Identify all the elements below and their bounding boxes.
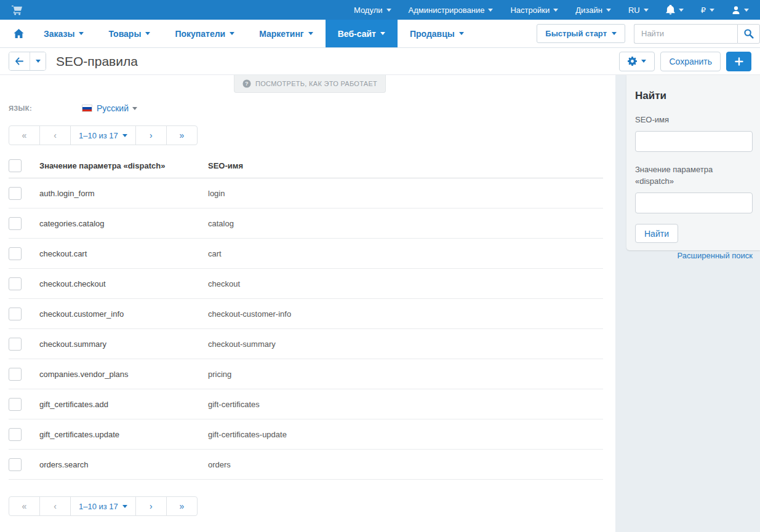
double-chevron-left-icon: « (22, 130, 27, 140)
row-checkbox-cell (9, 217, 39, 230)
menu-design[interactable]: Дизайн (575, 6, 611, 15)
seo-name-input[interactable] (635, 131, 753, 152)
dispatch-value: checkout.summary (39, 339, 208, 349)
select-all-checkbox[interactable] (9, 159, 22, 172)
menu-design-label: Дизайн (575, 6, 602, 15)
nav-item-website-active[interactable]: Веб-сайт (326, 20, 398, 47)
pagination-prev-button[interactable]: ‹ (39, 125, 71, 145)
chevron-down-icon (459, 32, 464, 35)
table-row: checkout.customer_info checkout-customer… (9, 299, 603, 329)
language-label: ЯЗЫК: (9, 105, 82, 112)
nav-item-marketing[interactable]: Маркетинг (247, 20, 326, 47)
chevron-down-icon (145, 32, 150, 35)
pagination-last-button[interactable]: » (166, 496, 198, 516)
pagination-last-button[interactable]: » (166, 125, 198, 145)
save-button[interactable]: Сохранить (660, 52, 721, 71)
menu-notifications[interactable] (666, 5, 684, 15)
chevron-right-icon: › (150, 501, 153, 511)
user-icon (732, 6, 740, 15)
advanced-search-link[interactable]: Расширенный поиск (635, 251, 753, 260)
row-checkbox-cell (9, 338, 39, 351)
row-checkbox[interactable] (9, 398, 22, 411)
seo-name-value: pricing (208, 370, 603, 379)
double-chevron-right-icon: » (179, 130, 184, 140)
menu-administration[interactable]: Администрирование (409, 6, 494, 15)
nav-item-label: Продавцы (410, 29, 455, 39)
home-button[interactable] (6, 20, 31, 47)
pagination-prev-button[interactable]: ‹ (39, 496, 71, 516)
table-row: checkout.checkout checkout (9, 269, 603, 299)
chevron-down-icon (380, 32, 385, 35)
nav-item-products[interactable]: Товары (96, 20, 162, 47)
pagination-range-label: 1–10 из 17 (79, 131, 118, 140)
pagination-first-button[interactable]: « (9, 125, 40, 145)
dispatch-param-input[interactable] (635, 193, 753, 213)
menu-account[interactable] (732, 6, 749, 15)
menu-settings[interactable]: Настройки (510, 6, 558, 15)
double-chevron-right-icon: » (179, 501, 184, 511)
sidebar-search-button[interactable]: Найти (635, 224, 678, 243)
quick-start-button[interactable]: Быстрый старт (537, 24, 625, 43)
nav-item-orders[interactable]: Заказы (31, 20, 96, 47)
language-selector[interactable]: Русский (97, 103, 137, 113)
row-checkbox-cell (9, 187, 39, 200)
howto-ribbon[interactable]: ? ПОСМОТРЕТЬ, КАК ЭТО РАБОТАЕТ (234, 75, 386, 93)
dispatch-value: auth.login_form (39, 189, 208, 198)
nav-item-customers[interactable]: Покупатели (162, 20, 247, 47)
quick-start-label: Быстрый старт (545, 29, 607, 38)
main-content: ЯЗЫК: Русский « ‹ 1–10 из 17 › » Значени… (0, 75, 615, 532)
row-checkbox-cell (9, 428, 39, 441)
search-input[interactable] (634, 24, 737, 44)
back-button[interactable] (9, 52, 30, 70)
dispatch-value: checkout.customer_info (39, 309, 208, 319)
main-navbar: Заказы Товары Покупатели Маркетинг Веб-с… (0, 20, 760, 48)
cart-icon[interactable] (11, 5, 23, 15)
dispatch-param-label: Значение параметра «dispatch» (635, 164, 740, 187)
row-checkbox[interactable] (9, 277, 22, 290)
page-header: SEO-правила Сохранить (0, 48, 760, 75)
table-row: orders.search orders (9, 450, 603, 480)
pagination-next-button[interactable]: › (135, 125, 167, 145)
row-checkbox[interactable] (9, 338, 22, 351)
add-button[interactable] (726, 52, 751, 71)
page-title: SEO-правила (56, 54, 138, 69)
row-checkbox[interactable] (9, 458, 22, 471)
language-value: Русский (97, 103, 129, 113)
dispatch-value: orders.search (39, 460, 208, 469)
row-checkbox[interactable] (9, 368, 22, 381)
gear-icon (628, 57, 637, 66)
sidebar-search-button-label: Найти (644, 229, 669, 239)
row-checkbox[interactable] (9, 187, 22, 200)
arrow-left-icon (15, 57, 24, 65)
back-dropdown-button[interactable] (30, 52, 46, 70)
row-checkbox-cell (9, 368, 39, 381)
menu-administration-label: Администрирование (409, 6, 485, 15)
seo-name-value: checkout-summary (208, 339, 603, 349)
chevron-left-icon: ‹ (54, 130, 57, 140)
row-checkbox[interactable] (9, 308, 22, 320)
row-checkbox-cell (9, 398, 39, 411)
row-checkbox[interactable] (9, 247, 22, 260)
menu-currency[interactable]: ₽ (701, 6, 714, 15)
row-checkbox[interactable] (9, 217, 22, 230)
row-checkbox-cell (9, 458, 39, 471)
row-checkbox[interactable] (9, 428, 22, 441)
pagination-range-selector[interactable]: 1–10 из 17 (70, 496, 136, 516)
menu-modules[interactable]: Модули (354, 6, 391, 15)
settings-button[interactable] (619, 52, 655, 71)
navbar-right: Быстрый старт (537, 20, 760, 47)
header-checkbox-cell (9, 159, 39, 172)
menu-language[interactable]: RU (628, 6, 649, 15)
pagination-next-button[interactable]: › (135, 496, 167, 516)
language-row: ЯЗЫК: Русский (9, 103, 603, 113)
nav-item-vendors[interactable]: Продавцы (398, 20, 476, 47)
chevron-down-icon (122, 505, 127, 508)
search-button[interactable] (737, 24, 760, 44)
table-row: categories.catalog catalog (9, 208, 603, 239)
workspace: ЯЗЫК: Русский « ‹ 1–10 из 17 › » Значени… (0, 75, 760, 532)
menu-modules-label: Модули (354, 6, 383, 15)
pagination-first-button[interactable]: « (9, 496, 40, 516)
table-row: companies.vendor_plans pricing (9, 359, 603, 389)
chevron-down-icon (386, 9, 391, 12)
pagination-range-selector[interactable]: 1–10 из 17 (70, 125, 136, 145)
